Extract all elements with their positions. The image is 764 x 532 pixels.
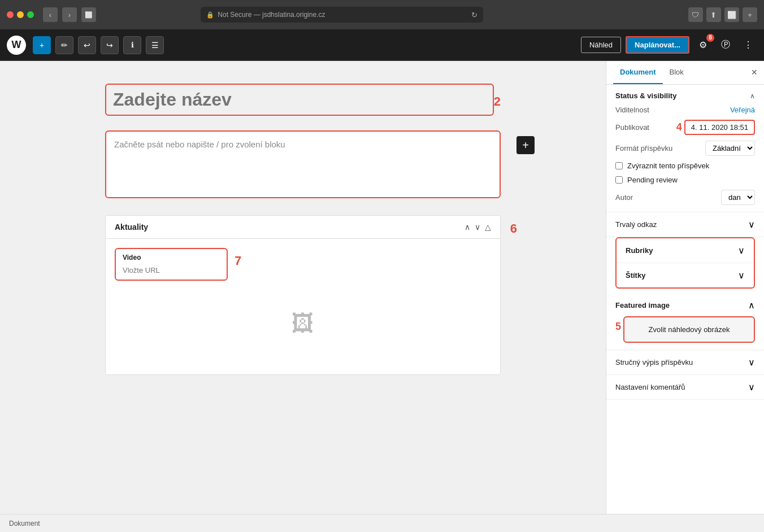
browser-chrome: ‹ › ⬜ 🔒 Not Secure — jsdhslatina.origine… (0, 0, 764, 29)
nastaveni-komentaru-chevron: ∨ (748, 382, 755, 393)
pencil-icon-btn[interactable]: ✏ (55, 36, 73, 54)
shield-icon-btn[interactable]: 🛡 (688, 7, 703, 22)
wordpress-logo: W (7, 36, 26, 55)
minimize-traffic-light[interactable] (17, 11, 24, 18)
nastaveni-komentaru-title: Nastavení komentářů (615, 383, 685, 391)
visibility-label: Viditelnost (615, 106, 649, 114)
close-traffic-light[interactable] (7, 11, 14, 18)
editor: 2 Začněte psát nebo napište / pro zvolen… (0, 61, 606, 514)
strucny-vypis-section: Stručný výpis příspěvku ∨ (606, 350, 764, 375)
video-url-input[interactable] (123, 266, 220, 274)
aktuality-header: Aktuality ∧ ∨ △ (106, 216, 500, 239)
main-area: 2 Začněte psát nebo napište / pro zvolen… (0, 61, 764, 514)
status-visibility-section: Status & visibility ∧ Viditelnost Veřejn… (606, 85, 764, 212)
status-visibility-chevron: ∧ (750, 92, 755, 100)
nastaveni-komentaru-header[interactable]: Nastavení komentářů ∨ (615, 375, 755, 399)
add-block-toolbar-button[interactable]: + (33, 36, 51, 54)
aktuality-title: Aktuality (115, 223, 148, 232)
highlight-checkbox[interactable] (615, 162, 623, 169)
status-bar: Dokument (0, 514, 764, 532)
status-visibility-header[interactable]: Status & visibility ∧ (615, 91, 755, 100)
stitky-chevron: ∨ (738, 270, 745, 281)
share-button[interactable]: ⬆ (706, 7, 721, 22)
trvalý-odkaz-header[interactable]: Trvalý odkaz ∨ (615, 212, 755, 237)
annotation-2: 2 (494, 94, 501, 109)
publish-row: Publikovat 4 4. 11. 2020 18:51 (615, 120, 755, 135)
aktuality-down-button[interactable]: ∨ (475, 223, 480, 232)
featured-image-title: Featured image (615, 301, 670, 309)
video-field-wrapper: Video (115, 248, 228, 281)
strucny-vypis-title: Stručný výpis příspěvku (615, 358, 693, 367)
tabs-button[interactable]: ⬜ (724, 7, 739, 22)
aktuality-expand-button[interactable]: △ (485, 223, 491, 232)
publish-date-button[interactable]: 4. 11. 2020 18:51 (684, 120, 755, 135)
aktuality-up-button[interactable]: ∧ (465, 223, 470, 232)
info-button[interactable]: ℹ (123, 36, 141, 54)
featured-image-chevron: ∧ (748, 300, 755, 311)
title-row: 2 (105, 84, 501, 119)
annotation-4: 4 (676, 121, 682, 133)
annotation-5: 5 (615, 321, 621, 333)
plugin-icon-button[interactable]: Ⓟ (717, 36, 735, 54)
image-placeholder: 🖼 (115, 281, 491, 365)
checkbox-pending-row: Pending review (615, 176, 755, 184)
badge-number: 8 (706, 34, 714, 42)
sidebar-close-button[interactable]: × (751, 67, 757, 79)
sidebar-tabs: Dokument Blok × (606, 61, 764, 85)
stitky-header[interactable]: Štítky ∨ (617, 263, 754, 287)
publish-label: Publikovat (615, 123, 649, 132)
app-wrapper: W + ✏ ↩ ↪ ℹ ☰ Náhled Naplánovat... ⚙ 8 Ⓟ… (0, 29, 764, 532)
inline-add-block-button[interactable]: + (516, 136, 535, 154)
post-title-input[interactable] (105, 84, 494, 116)
content-input-area[interactable]: Začněte psát nebo napište / pro zvolení … (105, 130, 501, 198)
tab-blok[interactable]: Blok (663, 61, 691, 84)
annotation-6: 6 (510, 221, 517, 236)
image-placeholder-icon: 🖼 (292, 311, 314, 336)
visibility-value[interactable]: Veřejná (730, 106, 755, 114)
preview-button[interactable]: Náhled (581, 37, 621, 53)
refresh-icon[interactable]: ↻ (471, 11, 478, 19)
new-tab-button[interactable]: + (743, 7, 757, 22)
content-placeholder-text: Začněte psát nebo napište / pro zvolení … (114, 139, 285, 149)
featured-image-header[interactable]: Featured image ∧ (615, 300, 755, 311)
fullscreen-traffic-light[interactable] (27, 11, 34, 18)
format-select[interactable]: Základní (705, 141, 755, 156)
address-bar: 🔒 Not Secure — jsdhslatina.origine.cz ↻ (201, 7, 483, 23)
video-label: Video (123, 254, 220, 261)
rubriky-header[interactable]: Rubriky ∨ (617, 238, 754, 263)
url-text: Not Secure — jsdhslatina.origine.cz (218, 11, 325, 19)
undo-button[interactable]: ↩ (78, 36, 96, 54)
top-toolbar: W + ✏ ↩ ↪ ℹ ☰ Náhled Naplánovat... ⚙ 8 Ⓟ… (0, 29, 764, 61)
status-visibility-title: Status & visibility (615, 91, 676, 100)
aktuality-section: Aktuality ∧ ∨ △ 6 Video (105, 215, 501, 375)
more-menu-button[interactable]: ⋮ (739, 36, 757, 54)
forward-button[interactable]: › (62, 7, 77, 22)
aktuality-body: Video 7 🖼 (106, 239, 500, 374)
strucny-vypis-header[interactable]: Stručný výpis příspěvku ∨ (615, 350, 755, 374)
highlight-label: Zvýraznit tento příspěvek (627, 162, 709, 170)
format-label: Formát příspěvku (615, 144, 672, 152)
back-button[interactable]: ‹ (43, 7, 58, 22)
nastaveni-komentaru-section: Nastavení komentářů ∨ (606, 375, 764, 400)
editor-inner: 2 Začněte psát nebo napište / pro zvolen… (105, 84, 501, 375)
content-wrapper: Začněte psát nebo napište / pro zvolení … (105, 130, 501, 198)
trvalý-odkaz-section: Trvalý odkaz ∨ (606, 212, 764, 237)
trvalý-odkaz-chevron: ∨ (748, 219, 755, 230)
rubriky-chevron: ∨ (738, 245, 745, 256)
list-view-button[interactable]: ☰ (146, 36, 164, 54)
visibility-row: Viditelnost Veřejná (615, 106, 755, 114)
traffic-lights (7, 11, 34, 18)
lock-icon: 🔒 (206, 11, 214, 19)
stitky-title: Štítky (626, 271, 645, 280)
featured-image-button[interactable]: Zvolit náhledový obrázek (623, 316, 755, 343)
author-select[interactable]: dan (721, 190, 755, 205)
browser-right-controls: 🛡 ⬆ ⬜ + (688, 7, 757, 22)
author-label: Autor (615, 193, 633, 202)
featured-image-section: Featured image ∧ 5 Zvolit náhledový obrá… (606, 293, 764, 350)
window-toggle-button[interactable]: ⬜ (81, 7, 96, 22)
trvalý-odkaz-title: Trvalý odkaz (615, 220, 657, 229)
schedule-button[interactable]: Naplánovat... (626, 36, 689, 54)
tab-document[interactable]: Dokument (613, 61, 663, 84)
pending-checkbox[interactable] (615, 176, 623, 184)
redo-button[interactable]: ↪ (101, 36, 119, 54)
